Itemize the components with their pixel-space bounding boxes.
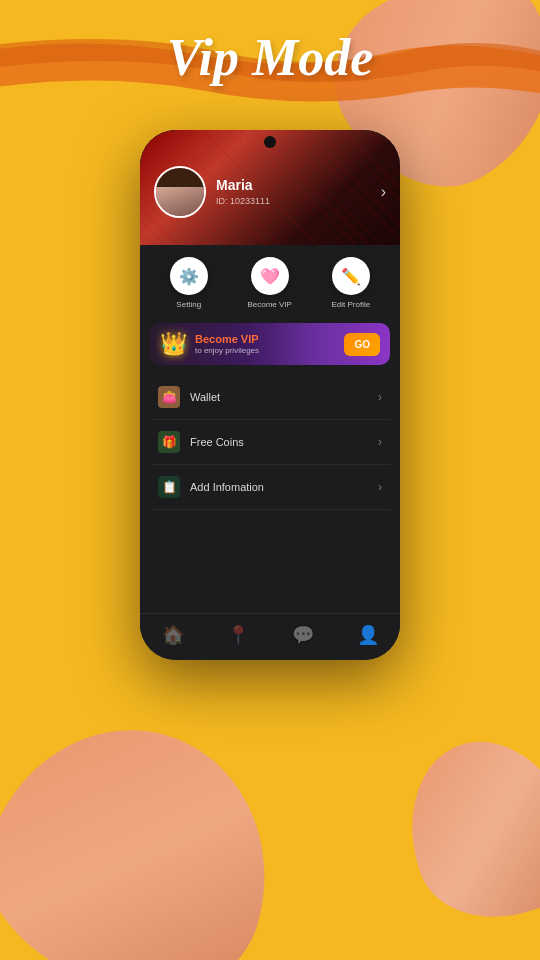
vip-icon-circle: 🩷 <box>251 257 289 295</box>
profile-name: Maria <box>216 177 381 193</box>
phone-screen: Maria ID: 10233111 › ⚙️ Setting 🩷 Become… <box>140 130 400 660</box>
vip-banner-title: Become VIP <box>195 333 344 345</box>
nav-profile[interactable]: 👤 <box>357 624 379 646</box>
profile-arrow-icon[interactable]: › <box>381 183 386 201</box>
profile-id: ID: 10233111 <box>216 196 381 206</box>
vip-action-label: Become VIP <box>247 300 291 309</box>
profile-info: Maria ID: 10233111 <box>216 177 381 206</box>
crown-icon: 👑 <box>160 331 187 357</box>
vip-banner-subtitle: to enjoy privileges <box>195 346 344 355</box>
info-icon: 📋 <box>158 476 180 498</box>
nav-messages[interactable]: 💬 <box>292 624 314 646</box>
phone-notch <box>264 136 276 148</box>
page-title: Vip Mode <box>0 28 540 87</box>
vip-text-block: Become VIP to enjoy privileges <box>195 333 344 355</box>
bottom-right-hand-decoration <box>384 718 540 942</box>
menu-list: 👛 Wallet › 🎁 Free Coins › 📋 Add Infomati… <box>140 375 400 613</box>
wallet-label: Wallet <box>190 391 378 403</box>
free-coins-label: Free Coins <box>190 436 378 448</box>
free-coins-menu-item[interactable]: 🎁 Free Coins › <box>150 420 390 465</box>
quick-actions-bar: ⚙️ Setting 🩷 Become VIP ✏️ Edit Profile <box>140 245 400 317</box>
avatar-image <box>156 168 204 216</box>
nav-home[interactable]: 🏠 <box>162 624 184 646</box>
add-info-arrow-icon: › <box>378 480 382 494</box>
nav-discover[interactable]: 📍 <box>227 624 249 646</box>
become-vip-action[interactable]: 🩷 Become VIP <box>247 257 291 309</box>
gift-icon: 🎁 <box>158 431 180 453</box>
phone-frame: Maria ID: 10233111 › ⚙️ Setting 🩷 Become… <box>140 130 400 660</box>
wallet-icon: 👛 <box>158 386 180 408</box>
bottom-navigation: 🏠 📍 💬 👤 <box>140 613 400 660</box>
add-info-label: Add Infomation <box>190 481 378 493</box>
phone-mockup: Maria ID: 10233111 › ⚙️ Setting 🩷 Become… <box>140 130 400 660</box>
edit-icon-circle: ✏️ <box>332 257 370 295</box>
avatar <box>154 166 206 218</box>
bottom-left-hand-decoration <box>0 698 299 960</box>
vip-banner[interactable]: 👑 Become VIP to enjoy privileges GO <box>150 323 390 365</box>
free-coins-arrow-icon: › <box>378 435 382 449</box>
wallet-arrow-icon: › <box>378 390 382 404</box>
edit-label: Edit Profile <box>331 300 370 309</box>
vip-go-button[interactable]: GO <box>344 333 380 356</box>
add-info-menu-item[interactable]: 📋 Add Infomation › <box>150 465 390 510</box>
wallet-menu-item[interactable]: 👛 Wallet › <box>150 375 390 420</box>
setting-icon-circle: ⚙️ <box>170 257 208 295</box>
setting-action[interactable]: ⚙️ Setting <box>170 257 208 309</box>
edit-profile-action[interactable]: ✏️ Edit Profile <box>331 257 370 309</box>
setting-label: Setting <box>176 300 201 309</box>
